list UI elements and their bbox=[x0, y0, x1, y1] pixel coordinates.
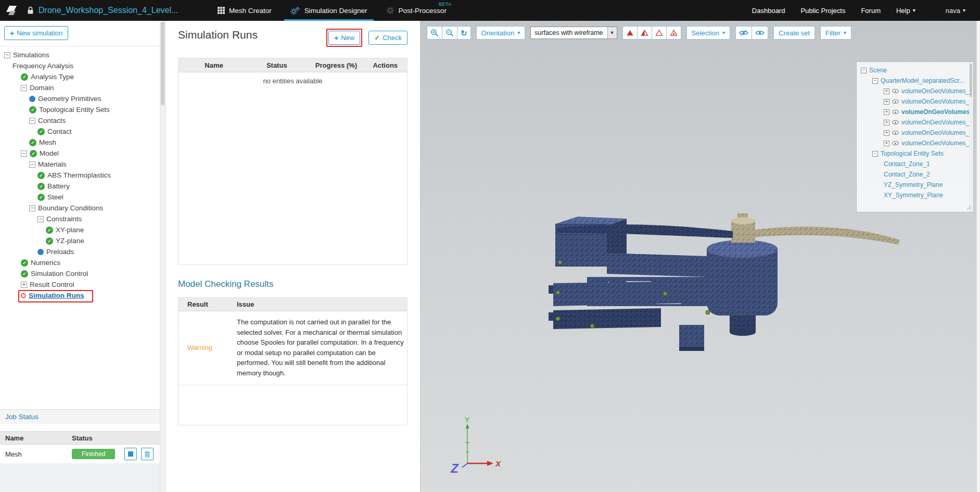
tree-item-model[interactable]: −✓Model bbox=[0, 148, 160, 159]
collapse-icon[interactable]: − bbox=[21, 85, 27, 91]
viewport-scrollbar[interactable] bbox=[976, 21, 980, 492]
tree-item-contacts[interactable]: −Contacts bbox=[0, 115, 160, 126]
collapse-icon[interactable]: − bbox=[29, 161, 35, 168]
collapse-icon[interactable]: − bbox=[861, 68, 867, 73]
orientation-dropdown[interactable]: Orientation▾ bbox=[476, 26, 526, 40]
tree-item-domain[interactable]: −Domain bbox=[0, 82, 160, 93]
collapse-icon[interactable]: − bbox=[4, 52, 10, 58]
scene-item-contact-zone-2[interactable]: Contact_Zone_2 bbox=[857, 169, 973, 180]
tree-item-abs-thermoplastics[interactable]: ✓ABS Thermoplastics bbox=[0, 170, 160, 181]
project-title[interactable]: Drone_Workshop_Session_4_Level... bbox=[39, 6, 178, 15]
tree-item-steel[interactable]: ✓Steel bbox=[0, 192, 160, 203]
nav-dashboard[interactable]: Dashboard bbox=[752, 7, 785, 15]
nav-help-dropdown[interactable]: Help▾ bbox=[896, 7, 915, 15]
tab-simulation-designer[interactable]: Simulation Designer bbox=[290, 0, 367, 21]
hide-selected-button[interactable] bbox=[735, 26, 752, 40]
visibility-eye-icon[interactable] bbox=[892, 89, 899, 93]
simscale-logo[interactable] bbox=[0, 0, 23, 21]
mesh-quality-filled-button[interactable] bbox=[622, 26, 638, 40]
scene-scrollbar[interactable] bbox=[969, 62, 973, 211]
tree-item-battery[interactable]: ✓Battery bbox=[0, 181, 160, 192]
tree-item-simulation-control[interactable]: ✓Simulation Control bbox=[0, 268, 160, 279]
nav-public-projects[interactable]: Public Projects bbox=[800, 7, 845, 15]
tab-mesh-creator[interactable]: Mesh Creator bbox=[218, 0, 272, 21]
tree-item-contact[interactable]: ✓Contact bbox=[0, 126, 160, 137]
nav-user-menu[interactable]: nava▾ bbox=[946, 7, 965, 15]
app-tabs: Mesh Creator Simulation Designer bbox=[218, 0, 447, 21]
expand-icon[interactable]: + bbox=[884, 99, 889, 105]
tree-item-numerics[interactable]: ✓Numerics bbox=[0, 257, 160, 268]
tree-item-boundary-conditions[interactable]: −Boundary Conditions bbox=[0, 203, 160, 213]
zoom-out-button[interactable] bbox=[442, 26, 457, 40]
tree-item-constraints[interactable]: −Constraints bbox=[0, 213, 160, 224]
tree-item-geometry-primitives[interactable]: Geometry Primitives bbox=[0, 93, 160, 104]
show-all-button[interactable] bbox=[752, 26, 768, 40]
new-simulation-button[interactable]: +New simulation bbox=[4, 26, 68, 40]
tree-item-preloads[interactable]: Preloads bbox=[0, 246, 160, 257]
scrollbar-thumb[interactable] bbox=[161, 22, 164, 105]
tree-item-frequency-analysis[interactable]: Frequency Analysis bbox=[0, 60, 160, 71]
tree-item-mesh[interactable]: ✓Mesh bbox=[0, 137, 160, 148]
visibility-eye-icon[interactable] bbox=[892, 141, 899, 145]
visibility-eye-icon[interactable] bbox=[892, 120, 899, 124]
filter-dropdown[interactable]: Filter▾ bbox=[820, 26, 851, 40]
scene-item-label: QuarterModel_separatedScr... bbox=[881, 77, 964, 84]
scene-item-volumeongeovolumes-5[interactable]: +volumeOnGeoVolumes_5 bbox=[857, 138, 973, 148]
expand-icon[interactable]: + bbox=[884, 141, 889, 146]
zoom-in-button[interactable] bbox=[427, 26, 442, 40]
collapse-icon[interactable]: − bbox=[37, 216, 44, 222]
collapse-icon[interactable]: − bbox=[872, 78, 878, 84]
scene-item-yz-symmetry-plane[interactable]: YZ_Symmetry_Plane bbox=[857, 180, 973, 190]
expand-icon[interactable]: + bbox=[884, 89, 889, 94]
check-button[interactable]: ✓Check bbox=[368, 31, 408, 45]
tree-item-simulations[interactable]: −Simulations bbox=[0, 49, 160, 60]
tree-item-materials[interactable]: −Materials bbox=[0, 159, 160, 170]
scene-item-topological-entity-sets[interactable]: −Topological Entity Sets bbox=[857, 148, 973, 159]
mesh-quality-outline-button[interactable] bbox=[652, 26, 667, 40]
plus-icon: + bbox=[10, 29, 14, 37]
tree-item-simulation-runs[interactable]: Simulation Runs bbox=[0, 290, 160, 301]
tree-item-label: Preloads bbox=[46, 248, 74, 256]
mesh-quality-half-button[interactable] bbox=[637, 26, 652, 40]
tab-post-processor[interactable]: Post-Processor BETA bbox=[386, 0, 447, 21]
collapse-icon[interactable]: − bbox=[21, 150, 27, 157]
visibility-eye-icon[interactable] bbox=[892, 99, 899, 104]
scene-item-scene[interactable]: −Scene bbox=[857, 65, 973, 75]
tree-item-analysis-type[interactable]: ✓Analysis Type bbox=[0, 71, 160, 82]
collapse-icon[interactable]: − bbox=[29, 118, 35, 124]
scene-item-volumeongeovolumes-3[interactable]: +volumeOnGeoVolumes_3 bbox=[857, 96, 973, 107]
scene-item-volumeongeovolumes-0[interactable]: +volumeOnGeoVolumes_0 bbox=[857, 128, 973, 138]
selection-dropdown[interactable]: Selection▾ bbox=[686, 26, 731, 40]
visibility-eye-icon[interactable] bbox=[892, 131, 899, 135]
mesh-quality-dot-button[interactable] bbox=[666, 26, 681, 40]
expand-icon[interactable]: + bbox=[884, 109, 889, 115]
resize-handle[interactable] bbox=[965, 204, 972, 210]
refresh-view-button[interactable]: ↻ bbox=[457, 26, 471, 40]
tree-item-result-control[interactable]: +Result Control bbox=[0, 279, 160, 290]
scrollbar-thumb[interactable] bbox=[970, 64, 972, 97]
scene-item-volumeongeovolumes-2[interactable]: +volumeOnGeoVolumes_2 bbox=[857, 86, 973, 96]
nav-forum[interactable]: Forum bbox=[861, 7, 881, 15]
collapse-icon[interactable]: − bbox=[29, 205, 35, 211]
scene-item-xy-symmetry-plane[interactable]: XY_Symmetry_Plane bbox=[857, 190, 973, 200]
tree-item-topological-entity-sets[interactable]: ✓Topological Entity Sets bbox=[0, 104, 160, 115]
sidebar-scrollbar[interactable] bbox=[160, 21, 166, 492]
expand-icon[interactable]: + bbox=[884, 130, 889, 136]
collapse-icon[interactable]: − bbox=[872, 151, 878, 157]
visibility-eye-icon[interactable] bbox=[892, 110, 899, 114]
scene-item-volumeongeovolumes-4[interactable]: +volumeOnGeoVolumes_4 bbox=[857, 107, 973, 117]
render-mode-select[interactable]: surfaces with wireframe ▼ bbox=[530, 27, 617, 39]
create-set-button[interactable]: Create set bbox=[773, 26, 815, 40]
gears-icon bbox=[290, 6, 300, 15]
tree-item-yz-plane[interactable]: ✓YZ-plane bbox=[0, 235, 160, 246]
scene-item-volumeongeovolumes-1[interactable]: +volumeOnGeoVolumes_1 bbox=[857, 117, 973, 128]
tree-item-xy-plane[interactable]: ✓XY-plane bbox=[0, 224, 160, 235]
expand-icon[interactable]: + bbox=[21, 282, 27, 288]
job-delete-button[interactable] bbox=[141, 448, 154, 460]
scene-item-quartermodel-separatedscr[interactable]: −QuarterModel_separatedScr... bbox=[857, 75, 973, 86]
scene-item-contact-zone-1[interactable]: Contact_Zone_1 bbox=[857, 159, 973, 169]
new-run-button[interactable]: +New bbox=[328, 31, 360, 45]
expand-icon[interactable]: + bbox=[884, 120, 889, 125]
job-log-button[interactable] bbox=[124, 448, 137, 460]
viewport-3d[interactable]: ↻ Orientation▾ surfaces with wireframe ▼ bbox=[421, 21, 980, 492]
